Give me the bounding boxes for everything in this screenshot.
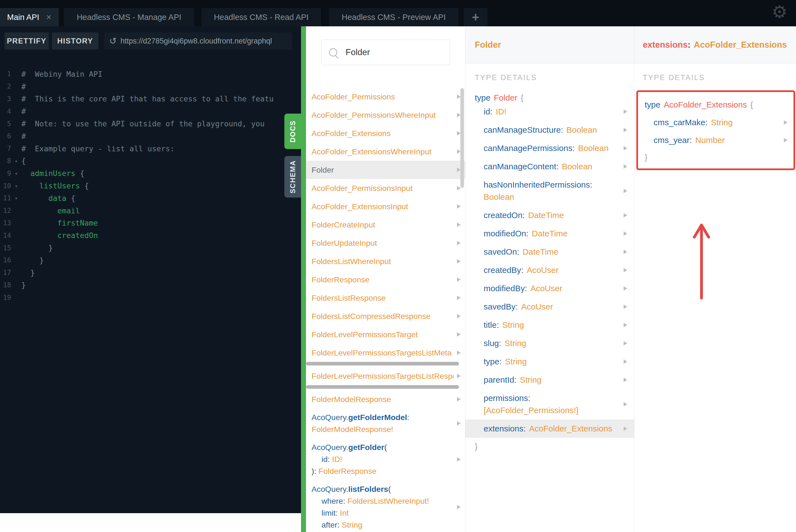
close-tab-icon[interactable]: ✕ bbox=[46, 13, 52, 21]
tab-3[interactable]: Headless CMS - Read API bbox=[202, 8, 321, 26]
doc-list-item[interactable]: FolderCreateInput bbox=[306, 215, 465, 234]
prettify-button[interactable]: PRETTIFY bbox=[4, 33, 49, 50]
doc-list-item[interactable]: FolderResponse bbox=[306, 270, 465, 289]
code-text: # bbox=[21, 132, 26, 140]
doc-list-item[interactable]: AcoQuery.getFolder(id: ID!): FolderRespo… bbox=[306, 438, 465, 480]
field-row[interactable]: hasNonInheritedPermissions:Boolean bbox=[475, 176, 634, 206]
code-text: } bbox=[21, 244, 53, 252]
code-text: firstName bbox=[21, 218, 98, 227]
tab-label: Main API bbox=[7, 13, 39, 22]
docs-tab[interactable]: DOCS bbox=[284, 114, 301, 149]
annotation-highlight-box: typeAcoFolder_Extensions{ cms_carMake:St… bbox=[636, 90, 795, 170]
doc-item-name: AcoFolder_ExtensionsWhereInput bbox=[311, 147, 454, 156]
field-row[interactable]: extensions:AcoFolder_Extensions bbox=[465, 419, 634, 438]
field-row[interactable]: parentId:String bbox=[475, 371, 634, 389]
doc-list-item[interactable]: AcoFolder_Extensions bbox=[306, 124, 465, 142]
field-row[interactable]: savedBy:AcoUser bbox=[475, 298, 634, 316]
doc-list-item[interactable]: AcoQuery.getFolderModel:FolderModelRespo… bbox=[306, 408, 465, 438]
doc-list-item[interactable]: FolderUpdateInput bbox=[306, 234, 465, 252]
editor-line: 14 createdOn bbox=[0, 229, 301, 242]
doc-list-item[interactable]: FoldersListCompressedResponse bbox=[306, 307, 465, 325]
field-row[interactable]: id:ID! bbox=[475, 102, 634, 121]
tab-1[interactable]: Main API✕ bbox=[0, 8, 59, 26]
doc-list-item[interactable]: AcoQuery.listFolders(where: FoldersListW… bbox=[306, 480, 465, 532]
docs-vertical-scrollbar[interactable] bbox=[460, 88, 464, 188]
chevron-right-icon bbox=[624, 146, 627, 150]
line-number: 8 bbox=[0, 157, 11, 165]
search-box[interactable] bbox=[322, 40, 450, 65]
field-row[interactable]: createdOn:DateTime bbox=[475, 206, 634, 225]
code-text: # Note: to use the API outside of the pl… bbox=[21, 119, 265, 128]
field-row[interactable]: canManageStructure:Boolean bbox=[475, 121, 634, 139]
extensions-field-list: cms_carMake:Stringcms_year:Number bbox=[645, 114, 794, 149]
field-row[interactable]: slug:String bbox=[475, 334, 634, 353]
line-number: 5 bbox=[0, 120, 11, 128]
field-row[interactable]: type:String bbox=[475, 353, 634, 371]
doc-list-item[interactable]: AcoFolder_ExtensionsInput bbox=[306, 197, 465, 215]
endpoint-url[interactable]: https://d2785gi4qi6pw8.cloudfront.net/gr… bbox=[120, 37, 272, 45]
doc-list-item[interactable]: FolderLevelPermissionsTargetsListMeta bbox=[306, 344, 465, 362]
field-row[interactable]: createdBy:AcoUser bbox=[475, 261, 634, 279]
line-number: 18 bbox=[0, 281, 11, 289]
line-number: 12 bbox=[0, 207, 11, 214]
field-row[interactable]: modifiedOn:DateTime bbox=[475, 225, 634, 243]
doc-list-item[interactable]: FolderLevelPermissionsTarget bbox=[306, 325, 465, 344]
field-row[interactable]: canManageContent:Boolean bbox=[475, 157, 634, 176]
doc-list-item[interactable]: FoldersListResponse bbox=[306, 289, 465, 307]
code-text: # Webiny Main API bbox=[21, 70, 102, 78]
doc-list-item[interactable]: FoldersListWhereInput bbox=[306, 252, 465, 270]
chevron-right-icon bbox=[457, 457, 461, 462]
field-row[interactable]: modifiedBy:AcoUser bbox=[475, 279, 634, 298]
settings-gear-icon[interactable]: ⚙ bbox=[772, 2, 788, 22]
doc-item-name: AcoFolder_PermissionsInput bbox=[311, 184, 454, 193]
doc-list-item[interactable]: FolderModelResponse bbox=[306, 390, 465, 408]
field-row[interactable]: cms_year:Number bbox=[645, 131, 794, 149]
editor-line: 3# This is the core API that has access … bbox=[0, 93, 301, 105]
endpoint-bar[interactable]: ↺ https://d2785gi4qi6pw8.cloudfront.net/… bbox=[104, 33, 292, 50]
code-editor[interactable]: 1# Webiny Main API2#3# This is the core … bbox=[0, 68, 301, 494]
editor-line: 19 bbox=[0, 291, 301, 304]
type-declaration: typeFolder{ bbox=[475, 93, 634, 102]
doc-list-item[interactable]: AcoFolder_PermissionsInput bbox=[306, 179, 465, 197]
type-details-label: TYPE DETAILS bbox=[643, 73, 796, 82]
line-number: 11 bbox=[0, 194, 11, 202]
field-row[interactable]: canManagePermissions:Boolean bbox=[475, 139, 634, 157]
tab-label: Headless CMS - Preview API bbox=[342, 13, 446, 22]
doc-item-signature: AcoQuery.getFolderModel:FolderModelRespo… bbox=[311, 412, 454, 435]
line-number: 17 bbox=[0, 269, 11, 277]
editor-line: 12 email bbox=[0, 205, 301, 217]
reload-icon[interactable]: ↺ bbox=[109, 36, 117, 46]
docs-type-list: AcoFolder_PermissionsAcoFolder_Permissio… bbox=[306, 88, 465, 532]
field-row[interactable]: cms_carMake:String bbox=[645, 114, 794, 131]
doc-list-item[interactable]: AcoFolder_PermissionsWhereInput bbox=[306, 106, 465, 124]
extensions-type-panel: extensions:AcoFolder_Extensions TYPE DET… bbox=[634, 26, 796, 532]
doc-list-item[interactable]: AcoFolder_ExtensionsWhereInput bbox=[306, 142, 465, 161]
search-input[interactable] bbox=[345, 47, 438, 58]
history-button[interactable]: HISTORY bbox=[52, 33, 98, 50]
chevron-right-icon bbox=[624, 323, 627, 327]
editor-line: 1# Webiny Main API bbox=[0, 68, 301, 80]
field-row[interactable]: savedOn:DateTime bbox=[475, 243, 634, 261]
field-row[interactable]: title:String bbox=[475, 316, 634, 334]
type-details-label: TYPE DETAILS bbox=[475, 73, 634, 82]
horizontal-scrollbar[interactable] bbox=[306, 362, 459, 365]
editor-line: 16 } bbox=[0, 254, 301, 267]
chevron-right-icon bbox=[624, 110, 627, 114]
new-tab-button[interactable]: + bbox=[464, 8, 488, 26]
editor-line: 6# bbox=[0, 130, 301, 142]
field-row[interactable]: permissions:[AcoFolder_Permissions!] bbox=[475, 389, 634, 419]
editor-line: 10▾ listUsers { bbox=[0, 179, 301, 192]
doc-list-item[interactable]: FolderLevelPermissionsTargetsListRespo bbox=[306, 367, 465, 385]
editor-line: 13 firstName bbox=[0, 217, 301, 229]
chevron-right-icon bbox=[457, 350, 461, 355]
line-number: 10 bbox=[0, 182, 11, 190]
line-number: 19 bbox=[0, 294, 11, 302]
doc-item-name: FoldersListResponse bbox=[311, 293, 454, 303]
tab-2[interactable]: Headless CMS - Manage API bbox=[64, 8, 194, 26]
doc-list-item[interactable]: AcoFolder_Permissions bbox=[306, 88, 465, 106]
horizontal-scrollbar[interactable] bbox=[306, 385, 459, 389]
pane-divider[interactable] bbox=[301, 26, 306, 532]
schema-tab[interactable]: SCHEMA bbox=[284, 156, 301, 197]
tab-4[interactable]: Headless CMS - Preview API bbox=[329, 8, 458, 26]
doc-list-item[interactable]: Folder bbox=[306, 161, 465, 179]
